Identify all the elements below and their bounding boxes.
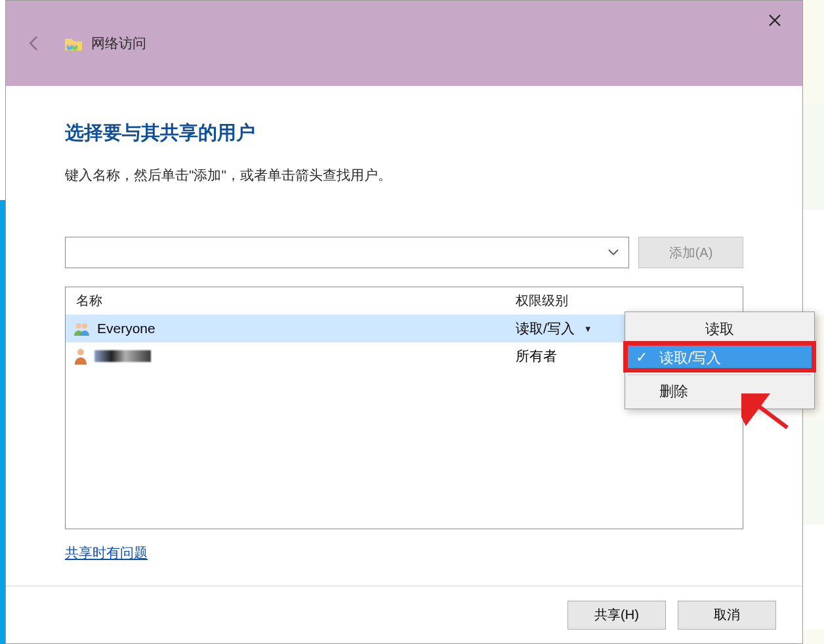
- menu-item-read-write[interactable]: ✓ 读取/写入: [627, 344, 813, 372]
- user-combobox[interactable]: [65, 237, 629, 268]
- close-button[interactable]: [762, 7, 788, 33]
- window-title: 网络访问: [91, 34, 146, 52]
- instruction-text: 键入名称，然后单击"添加"，或者单击箭头查找用户。: [65, 166, 743, 184]
- permission-level-label: 读取/写入: [516, 319, 575, 338]
- page-heading: 选择要与其共享的用户: [65, 120, 743, 146]
- menu-separator: [628, 374, 812, 375]
- cancel-button[interactable]: 取消: [678, 601, 776, 630]
- network-share-folder-icon: [64, 33, 83, 53]
- svg-point-5: [82, 323, 87, 329]
- menu-item-remove[interactable]: 删除: [627, 377, 813, 406]
- user-name: Everyone: [97, 321, 155, 336]
- titlebar: 网络访问: [6, 1, 802, 86]
- user-name-redacted: [94, 350, 151, 362]
- back-button[interactable]: [23, 32, 45, 54]
- svg-point-3: [73, 43, 77, 47]
- menu-item-label: 删除: [659, 382, 688, 401]
- menu-item-read[interactable]: 读取: [627, 315, 813, 344]
- add-user-row: 添加(A): [65, 237, 743, 268]
- chevron-down-icon: ▼: [584, 324, 592, 334]
- user-icon: [73, 348, 88, 365]
- permission-level-label: 所有者: [516, 347, 557, 365]
- having-trouble-link[interactable]: 共享时有问题: [65, 544, 148, 562]
- column-header-name[interactable]: 名称: [66, 292, 512, 310]
- user-name-input[interactable]: [66, 237, 598, 268]
- menu-item-label: 读取: [705, 319, 734, 339]
- dialog-footer: 共享(H) 取消: [6, 586, 802, 643]
- svg-point-6: [77, 349, 84, 355]
- checkmark-icon: ✓: [636, 349, 648, 366]
- group-icon: [73, 321, 91, 336]
- menu-item-label: 读取/写入: [659, 348, 721, 368]
- share-button[interactable]: 共享(H): [567, 601, 666, 630]
- svg-point-2: [68, 43, 72, 47]
- add-button: 添加(A): [638, 237, 743, 268]
- table-header: 名称 权限级别: [66, 287, 743, 315]
- permission-context-menu: 读取 ✓ 读取/写入 删除: [625, 312, 815, 409]
- column-header-permission[interactable]: 权限级别: [512, 292, 743, 310]
- desktop-taskbar-edge: [0, 200, 5, 644]
- combobox-dropdown-button[interactable]: [598, 237, 628, 268]
- svg-point-4: [76, 323, 81, 329]
